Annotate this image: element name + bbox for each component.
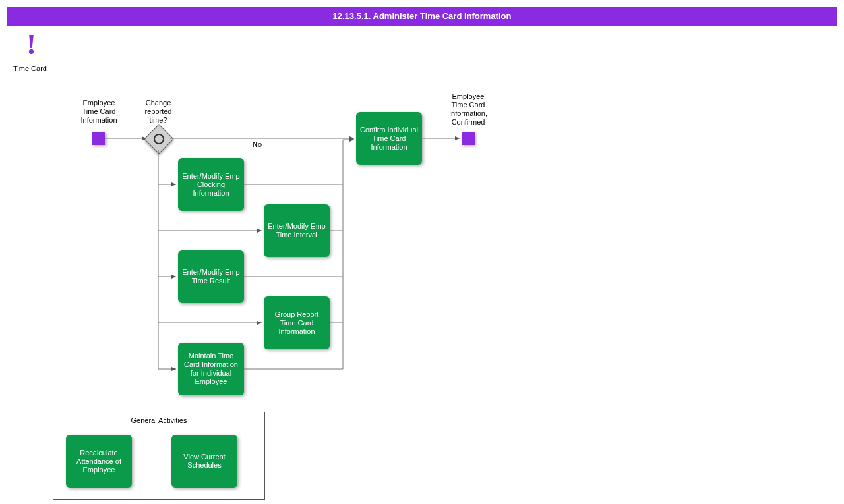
- page-title: 12.13.5.1. Administer Time Card Informat…: [333, 11, 512, 21]
- activity-recalculate: Recalculate Attendance of Employee: [66, 435, 132, 488]
- activity-view-schedules: View Current Schedules: [171, 435, 237, 488]
- activity-text: Confirm Individual Time Card Information: [359, 126, 419, 152]
- activity-text: Maintain Time Card Information for Indiv…: [181, 352, 241, 386]
- start-node: [92, 132, 106, 145]
- page-title-bar: 12.13.5.1. Administer Time Card Informat…: [7, 7, 837, 26]
- gateway-label: Changereportedtime?: [135, 99, 181, 125]
- activity-text: Enter/Modify Emp Time Result: [181, 268, 241, 285]
- activity-group-report: Group Report Time Card Information: [264, 296, 330, 349]
- exclamation-label: Time Card: [13, 65, 47, 72]
- end-label: EmployeeTime CardInformation,Confirmed: [442, 92, 495, 126]
- activity-text: Group Report Time Card Information: [266, 310, 327, 336]
- diagram-canvas: 12.13.5.1. Administer Time Card Informat…: [0, 0, 844, 504]
- end-node: [462, 132, 475, 145]
- activity-enter-interval: Enter/Modify Emp Time Interval: [264, 204, 330, 257]
- gateway-node: [148, 128, 168, 148]
- activity-enter-clocking: Enter/Modify Emp Clocking Information: [178, 158, 244, 211]
- start-label: EmployeeTime CardInformation: [73, 99, 125, 125]
- activity-maintain: Maintain Time Card Information for Indiv…: [178, 343, 244, 395]
- group-title: General Activities: [53, 416, 264, 424]
- ring-icon: [154, 134, 164, 144]
- exclamation-icon: !: [26, 30, 36, 59]
- activity-enter-result: Enter/Modify Emp Time Result: [178, 250, 244, 303]
- activity-text: Enter/Modify Emp Time Interval: [266, 222, 327, 239]
- activity-text: Enter/Modify Emp Clocking Information: [181, 172, 241, 198]
- edge-label-no: No: [244, 140, 270, 149]
- activity-confirm: Confirm Individual Time Card Information: [356, 112, 422, 165]
- activity-text: View Current Schedules: [174, 453, 235, 470]
- activity-text: Recalculate Attendance of Employee: [69, 449, 129, 474]
